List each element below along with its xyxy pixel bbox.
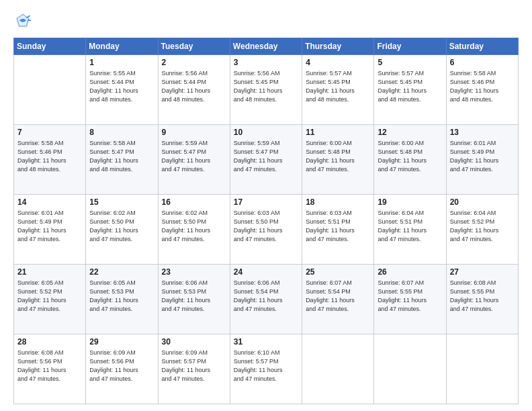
day-number: 16 xyxy=(162,197,226,207)
calendar-week-5: 28Sunrise: 6:08 AMSunset: 5:56 PMDayligh… xyxy=(14,334,519,404)
day-info: Sunrise: 6:04 AMSunset: 5:51 PMDaylight:… xyxy=(378,209,442,244)
calendar-cell: 18Sunrise: 6:03 AMSunset: 5:51 PMDayligh… xyxy=(302,195,374,265)
day-number: 11 xyxy=(306,128,370,137)
calendar-cell: 27Sunrise: 6:08 AMSunset: 5:55 PMDayligh… xyxy=(446,265,518,334)
day-info: Sunrise: 5:57 AMSunset: 5:45 PMDaylight:… xyxy=(306,69,370,104)
header xyxy=(13,12,519,31)
day-number: 4 xyxy=(306,58,370,67)
calendar-cell: 25Sunrise: 6:07 AMSunset: 5:54 PMDayligh… xyxy=(302,265,374,334)
calendar-cell: 17Sunrise: 6:03 AMSunset: 5:50 PMDayligh… xyxy=(230,195,302,265)
calendar-week-1: 1Sunrise: 5:55 AMSunset: 5:44 PMDaylight… xyxy=(14,55,519,125)
day-info: Sunrise: 5:56 AMSunset: 5:44 PMDaylight:… xyxy=(162,69,226,104)
day-number: 23 xyxy=(162,267,226,277)
calendar-cell: 19Sunrise: 6:04 AMSunset: 5:51 PMDayligh… xyxy=(374,195,446,265)
day-number: 24 xyxy=(234,267,298,277)
calendar-cell: 16Sunrise: 6:02 AMSunset: 5:50 PMDayligh… xyxy=(158,195,230,265)
day-number: 7 xyxy=(17,128,82,137)
calendar-cell: 9Sunrise: 5:59 AMSunset: 5:47 PMDaylight… xyxy=(158,125,230,195)
day-info: Sunrise: 6:10 AMSunset: 5:57 PMDaylight:… xyxy=(234,349,298,383)
calendar-cell: 3Sunrise: 5:56 AMSunset: 5:45 PMDaylight… xyxy=(230,55,302,125)
day-number: 28 xyxy=(17,337,82,347)
calendar-cell: 30Sunrise: 6:09 AMSunset: 5:57 PMDayligh… xyxy=(158,334,230,404)
logo xyxy=(13,12,34,31)
calendar-cell xyxy=(446,334,518,404)
calendar-cell: 24Sunrise: 6:06 AMSunset: 5:54 PMDayligh… xyxy=(230,265,302,334)
calendar-cell: 31Sunrise: 6:10 AMSunset: 5:57 PMDayligh… xyxy=(230,334,302,404)
day-info: Sunrise: 5:57 AMSunset: 5:45 PMDaylight:… xyxy=(378,69,442,104)
day-info: Sunrise: 6:02 AMSunset: 5:50 PMDaylight:… xyxy=(162,209,226,244)
day-number: 8 xyxy=(89,128,154,137)
day-info: Sunrise: 5:58 AMSunset: 5:46 PMDaylight:… xyxy=(17,139,82,174)
calendar-cell xyxy=(302,334,374,404)
day-number: 26 xyxy=(378,267,442,277)
day-number: 25 xyxy=(306,267,370,277)
day-number: 17 xyxy=(234,197,298,207)
day-info: Sunrise: 6:00 AMSunset: 5:48 PMDaylight:… xyxy=(306,139,370,174)
page: SundayMondayTuesdayWednesdayThursdayFrid… xyxy=(0,0,532,411)
day-number: 20 xyxy=(450,197,515,207)
day-info: Sunrise: 6:03 AMSunset: 5:51 PMDaylight:… xyxy=(306,209,370,244)
day-info: Sunrise: 6:06 AMSunset: 5:53 PMDaylight:… xyxy=(162,279,226,314)
day-info: Sunrise: 6:01 AMSunset: 5:49 PMDaylight:… xyxy=(450,139,515,174)
weekday-header-friday: Friday xyxy=(374,38,446,55)
day-info: Sunrise: 6:07 AMSunset: 5:55 PMDaylight:… xyxy=(378,279,442,314)
day-number: 14 xyxy=(17,197,82,207)
logo-icon xyxy=(13,12,32,31)
calendar-cell: 2Sunrise: 5:56 AMSunset: 5:44 PMDaylight… xyxy=(158,55,230,125)
day-info: Sunrise: 5:56 AMSunset: 5:45 PMDaylight:… xyxy=(234,69,298,104)
day-info: Sunrise: 6:09 AMSunset: 5:57 PMDaylight:… xyxy=(162,349,226,383)
day-number: 5 xyxy=(378,58,442,67)
calendar-cell: 1Sunrise: 5:55 AMSunset: 5:44 PMDaylight… xyxy=(86,55,158,125)
day-number: 3 xyxy=(234,58,298,67)
calendar-cell: 15Sunrise: 6:02 AMSunset: 5:50 PMDayligh… xyxy=(86,195,158,265)
day-info: Sunrise: 5:55 AMSunset: 5:44 PMDaylight:… xyxy=(89,69,154,104)
day-info: Sunrise: 6:08 AMSunset: 5:55 PMDaylight:… xyxy=(450,279,515,314)
day-number: 31 xyxy=(234,337,298,347)
day-info: Sunrise: 6:05 AMSunset: 5:53 PMDaylight:… xyxy=(89,279,154,314)
day-number: 6 xyxy=(450,58,515,67)
calendar-cell: 26Sunrise: 6:07 AMSunset: 5:55 PMDayligh… xyxy=(374,265,446,334)
day-number: 18 xyxy=(306,197,370,207)
calendar-cell: 22Sunrise: 6:05 AMSunset: 5:53 PMDayligh… xyxy=(86,265,158,334)
calendar-week-2: 7Sunrise: 5:58 AMSunset: 5:46 PMDaylight… xyxy=(14,125,519,195)
calendar-table: SundayMondayTuesdayWednesdayThursdayFrid… xyxy=(13,38,519,404)
calendar-cell xyxy=(14,55,86,125)
calendar-cell: 8Sunrise: 5:58 AMSunset: 5:47 PMDaylight… xyxy=(86,125,158,195)
calendar-cell: 23Sunrise: 6:06 AMSunset: 5:53 PMDayligh… xyxy=(158,265,230,334)
calendar-cell: 10Sunrise: 5:59 AMSunset: 5:47 PMDayligh… xyxy=(230,125,302,195)
calendar-cell: 11Sunrise: 6:00 AMSunset: 5:48 PMDayligh… xyxy=(302,125,374,195)
day-number: 13 xyxy=(450,128,515,137)
calendar-cell: 29Sunrise: 6:09 AMSunset: 5:56 PMDayligh… xyxy=(86,334,158,404)
weekday-header-saturday: Saturday xyxy=(446,38,518,55)
calendar-cell: 21Sunrise: 6:05 AMSunset: 5:52 PMDayligh… xyxy=(14,265,86,334)
day-number: 29 xyxy=(89,337,154,347)
day-number: 19 xyxy=(378,197,442,207)
calendar-week-3: 14Sunrise: 6:01 AMSunset: 5:49 PMDayligh… xyxy=(14,195,519,265)
day-info: Sunrise: 6:04 AMSunset: 5:52 PMDaylight:… xyxy=(450,209,515,244)
weekday-header-wednesday: Wednesday xyxy=(230,38,302,55)
day-info: Sunrise: 6:00 AMSunset: 5:48 PMDaylight:… xyxy=(378,139,442,174)
day-number: 12 xyxy=(378,128,442,137)
day-info: Sunrise: 6:05 AMSunset: 5:52 PMDaylight:… xyxy=(17,279,82,314)
calendar-header-row: SundayMondayTuesdayWednesdayThursdayFrid… xyxy=(14,38,519,55)
day-number: 10 xyxy=(234,128,298,137)
day-number: 9 xyxy=(162,128,226,137)
day-info: Sunrise: 6:07 AMSunset: 5:54 PMDaylight:… xyxy=(306,279,370,314)
calendar-cell: 7Sunrise: 5:58 AMSunset: 5:46 PMDaylight… xyxy=(14,125,86,195)
day-number: 21 xyxy=(17,267,82,277)
calendar-cell: 5Sunrise: 5:57 AMSunset: 5:45 PMDaylight… xyxy=(374,55,446,125)
day-info: Sunrise: 5:59 AMSunset: 5:47 PMDaylight:… xyxy=(234,139,298,174)
calendar-week-4: 21Sunrise: 6:05 AMSunset: 5:52 PMDayligh… xyxy=(14,265,519,334)
day-number: 22 xyxy=(89,267,154,277)
calendar-cell: 4Sunrise: 5:57 AMSunset: 5:45 PMDaylight… xyxy=(302,55,374,125)
calendar-cell: 12Sunrise: 6:00 AMSunset: 5:48 PMDayligh… xyxy=(374,125,446,195)
weekday-header-monday: Monday xyxy=(86,38,158,55)
day-number: 30 xyxy=(162,337,226,347)
calendar-cell: 13Sunrise: 6:01 AMSunset: 5:49 PMDayligh… xyxy=(446,125,518,195)
day-info: Sunrise: 6:01 AMSunset: 5:49 PMDaylight:… xyxy=(17,209,82,244)
weekday-header-sunday: Sunday xyxy=(14,38,86,55)
calendar-cell xyxy=(374,334,446,404)
weekday-header-tuesday: Tuesday xyxy=(158,38,230,55)
day-info: Sunrise: 6:09 AMSunset: 5:56 PMDaylight:… xyxy=(89,349,154,383)
day-info: Sunrise: 5:59 AMSunset: 5:47 PMDaylight:… xyxy=(162,139,226,174)
